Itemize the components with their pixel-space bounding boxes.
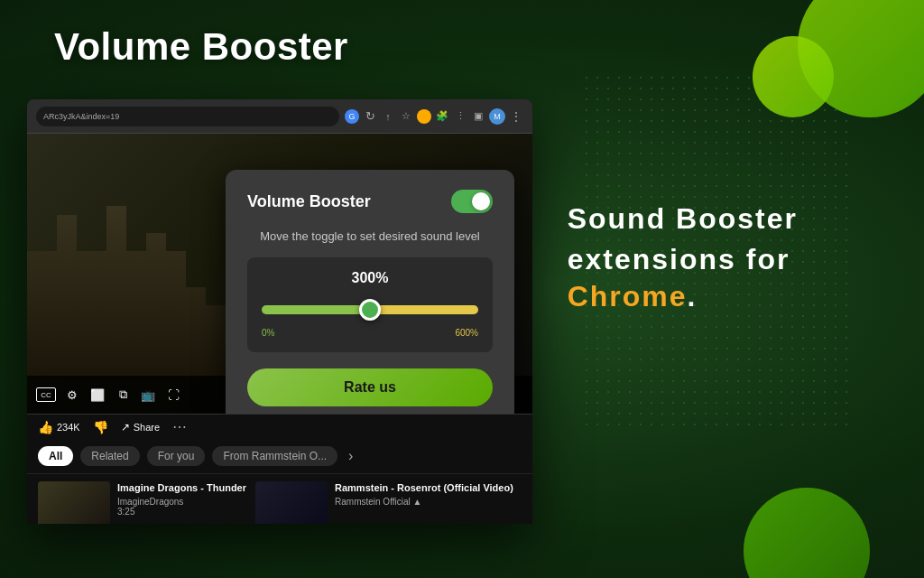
popup-header: Volume Booster: [247, 190, 493, 213]
bookmark-icon[interactable]: ☆: [399, 109, 413, 124]
video-action-bar: 👍 234K 👎 ↗ Share ⋯: [27, 415, 532, 439]
tab-from-rammstein[interactable]: From Rammstein O...: [212, 446, 337, 466]
slider-track: [262, 305, 478, 314]
channel-name-2: Rammstein Official ▲: [335, 497, 513, 507]
thumbnail-image-1: [38, 481, 110, 524]
chrome-brand-text: Chrome: [568, 280, 688, 312]
right-text-section: Sound Booster extensions for Chrome.: [568, 199, 798, 313]
address-text: ARc3yJkA&index=19: [43, 112, 119, 121]
like-button[interactable]: 👍 234K: [38, 420, 80, 434]
picture-in-picture-icon[interactable]: ⧉: [114, 386, 132, 404]
cast-icon[interactable]: 📺: [139, 386, 157, 404]
dislike-button[interactable]: 👎: [93, 420, 108, 434]
address-bar[interactable]: ARc3yJkA&index=19: [36, 107, 339, 126]
browser-icons-group: G ↻ ↑ ☆ 🧩 ⋮ ▣ M ⋮: [345, 108, 523, 125]
share-button[interactable]: ↗ Share: [121, 421, 160, 434]
menu-icon[interactable]: ⋮: [509, 109, 523, 124]
headline-line2: extensions for: [568, 239, 798, 280]
sidebar-icon[interactable]: ▣: [471, 109, 485, 124]
theater-mode-icon[interactable]: ⬜: [88, 386, 106, 404]
share-label: Share: [134, 422, 160, 433]
video-info-2: Rammstein - Rosenrot (Official Video) Ra…: [335, 481, 513, 507]
volume-percentage: 300%: [262, 270, 478, 286]
slider-max-label: 600%: [455, 328, 478, 338]
thumbnail-image-2: [255, 481, 328, 524]
refresh-icon[interactable]: ↻: [363, 109, 377, 124]
video-title-2: Rammstein - Rosenrot (Official Video): [335, 481, 513, 494]
rate-us-button[interactable]: Rate us: [247, 368, 493, 406]
slider-container: 300% 0% 600%: [247, 257, 493, 352]
tab-all[interactable]: All: [38, 446, 73, 466]
like-count: 234K: [57, 422, 80, 433]
fullscreen-icon[interactable]: ⛶: [164, 386, 182, 404]
popup-title: Volume Booster: [247, 192, 371, 211]
puzzle-icon[interactable]: 🧩: [435, 109, 449, 124]
channel-name-1: ImagineDragons: [117, 497, 246, 507]
video-results-list: Imagine Dragons - Thunder ImagineDragons…: [27, 474, 532, 524]
share-icon[interactable]: ↑: [381, 109, 395, 124]
more-options-icon[interactable]: ⋯: [172, 418, 187, 435]
headline-line1: Sound Booster: [568, 199, 798, 239]
slider-thumb[interactable]: [359, 299, 381, 321]
video-title-1: Imagine Dragons - Thunder: [117, 481, 246, 494]
video-duration-1: 3:25: [117, 507, 246, 517]
recommendation-tabs: All Related For you From Rammstein O... …: [27, 439, 532, 474]
toggle-knob: [472, 192, 490, 210]
profile-icon[interactable]: M: [489, 108, 505, 125]
period-text: .: [688, 280, 696, 312]
volume-toggle[interactable]: [451, 190, 493, 213]
extension-active-icon[interactable]: [417, 109, 431, 124]
google-icon: G: [345, 109, 359, 124]
popup-subtitle: Move the toggle to set desired sound lev…: [247, 229, 493, 243]
slider-labels: 0% 600%: [262, 328, 478, 338]
cc-icon[interactable]: CC: [36, 387, 56, 402]
share-arrow-icon: ↗: [121, 421, 130, 434]
slider-track-wrapper[interactable]: [262, 297, 478, 322]
tab-for-you[interactable]: For you: [147, 446, 206, 466]
slider-min-label: 0%: [262, 328, 274, 338]
tab-related[interactable]: Related: [80, 446, 139, 466]
circle-decoration-top-right-2: [753, 36, 834, 117]
list-item: Imagine Dragons - Thunder ImagineDragons…: [38, 481, 246, 524]
browser-window: ARc3yJkA&index=19 G ↻ ↑ ☆ 🧩 ⋮ ▣ M ⋮ CC ⚙…: [27, 99, 532, 524]
list-item: Rammstein - Rosenrot (Official Video) Ra…: [255, 481, 513, 524]
thumbs-down-icon: 👎: [93, 420, 108, 434]
extensions-icon[interactable]: ⋮: [453, 109, 467, 124]
video-info-1: Imagine Dragons - Thunder ImagineDragons…: [117, 481, 246, 517]
youtube-recommendations: 👍 234K 👎 ↗ Share ⋯ All Related For you F…: [27, 414, 532, 524]
tabs-more-icon[interactable]: ›: [348, 448, 353, 464]
extension-popup: Volume Booster Move the toggle to set de…: [226, 170, 514, 414]
thumbs-up-icon: 👍: [38, 420, 53, 434]
settings-icon[interactable]: ⚙: [63, 386, 81, 404]
browser-toolbar: ARc3yJkA&index=19 G ↻ ↑ ☆ 🧩 ⋮ ▣ M ⋮: [27, 99, 532, 134]
page-title: Volume Booster: [54, 25, 348, 69]
video-area: CC ⚙ ⬜ ⧉ 📺 ⛶ Volume Booster Move the tog…: [27, 134, 532, 414]
video-thumbnail-2[interactable]: [255, 481, 328, 524]
video-thumbnail-1[interactable]: [38, 481, 110, 524]
